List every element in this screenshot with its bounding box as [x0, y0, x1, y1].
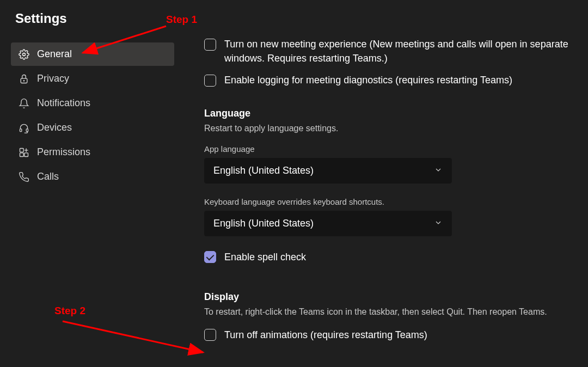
section-subtitle: To restart, right-click the Teams icon i… [204, 307, 577, 317]
annotation-arrow-step-1 [76, 22, 174, 60]
phone-icon [19, 172, 29, 182]
lock-icon [19, 74, 29, 84]
svg-rect-3 [20, 129, 22, 131]
sidebar-item-label: Privacy [37, 73, 69, 84]
svg-point-2 [23, 80, 24, 81]
checkbox-label: Turn off animations (requires restarting… [224, 328, 427, 342]
language-section: Language Restart to apply language setti… [204, 108, 577, 264]
sidebar: Settings General [11, 11, 174, 367]
sidebar-item-devices[interactable]: Devices [11, 116, 174, 139]
field-label-keyboard-language: Keyboard language overrides keyboard sho… [204, 197, 577, 206]
svg-rect-4 [26, 129, 28, 131]
sidebar-item-label: Notifications [37, 97, 90, 109]
apps-icon [19, 147, 29, 158]
sidebar-items: General Privacy [11, 42, 174, 188]
svg-point-0 [23, 53, 26, 56]
content-panel: Turn on new meeting experience (New meet… [174, 11, 588, 367]
chevron-down-icon [434, 218, 443, 229]
annotation-arrow-step-2 [57, 319, 210, 362]
checkbox-new-meeting-experience[interactable] [204, 39, 216, 51]
svg-line-9 [83, 26, 166, 53]
checkbox-label: Enable logging for meeting diagnostics (… [224, 73, 512, 87]
section-title: Language [204, 108, 577, 119]
sidebar-item-permissions[interactable]: Permissions [11, 140, 174, 164]
select-value: English (United States) [213, 218, 314, 229]
sidebar-item-label: Devices [37, 122, 72, 133]
section-subtitle: Restart to apply language settings. [204, 124, 577, 133]
app-language-select[interactable]: English (United States) [204, 158, 452, 184]
bell-icon [19, 98, 29, 109]
svg-rect-6 [20, 152, 24, 156]
sidebar-item-label: General [37, 48, 72, 60]
svg-rect-5 [20, 148, 24, 152]
chevron-down-icon [434, 166, 443, 176]
checkbox-row-turn-off-animations: Turn off animations (requires restarting… [204, 328, 577, 342]
checkbox-row-spell-check: Enable spell check [204, 250, 577, 264]
svg-rect-7 [24, 152, 28, 156]
checkbox-enable-logging[interactable] [204, 75, 216, 87]
checkbox-label: Turn on new meeting experience (New meet… [224, 37, 577, 65]
keyboard-language-select[interactable]: English (United States) [204, 211, 452, 236]
display-section: Display To restart, right-click the Team… [204, 291, 577, 342]
sidebar-item-label: Permissions [37, 146, 90, 158]
sidebar-item-notifications[interactable]: Notifications [11, 91, 174, 115]
select-value: English (United States) [213, 165, 314, 176]
gear-icon [19, 49, 29, 60]
sidebar-item-calls[interactable]: Calls [11, 165, 174, 188]
svg-line-11 [63, 321, 203, 352]
checkbox-enable-spell-check[interactable] [204, 251, 216, 263]
headset-icon [19, 123, 29, 133]
checkbox-row-enable-logging: Enable logging for meeting diagnostics (… [204, 73, 577, 87]
checkbox-label: Enable spell check [224, 250, 306, 264]
checkbox-row-new-meeting-experience: Turn on new meeting experience (New meet… [204, 37, 577, 65]
sidebar-item-privacy[interactable]: Privacy [11, 67, 174, 90]
section-title: Display [204, 291, 577, 303]
field-label-app-language: App language [204, 144, 577, 154]
sidebar-item-label: Calls [37, 171, 59, 182]
